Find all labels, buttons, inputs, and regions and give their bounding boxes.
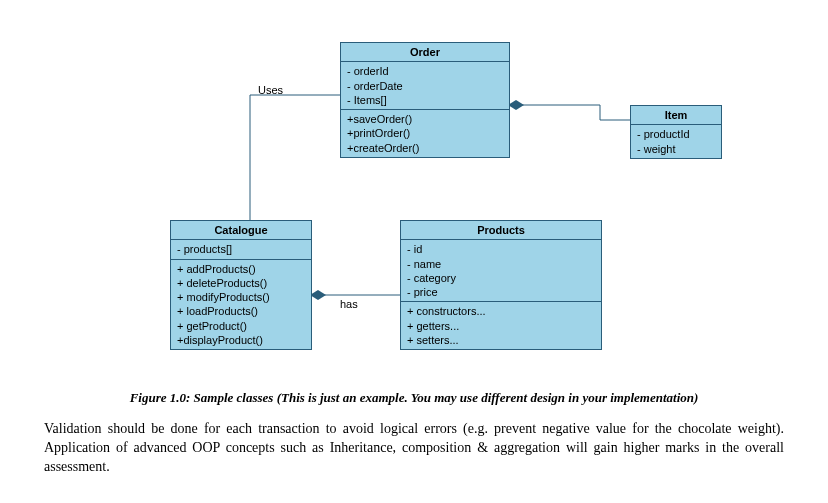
class-title: Products bbox=[401, 221, 601, 240]
class-products: Products - id - name - category - price … bbox=[400, 220, 602, 350]
class-title: Catalogue bbox=[171, 221, 311, 240]
rel-label-has: has bbox=[340, 298, 358, 310]
svg-marker-0 bbox=[508, 100, 524, 110]
class-catalogue: Catalogue - products[] + addProducts() +… bbox=[170, 220, 312, 350]
class-methods: +saveOrder() +printOrder() +createOrder(… bbox=[341, 110, 509, 157]
class-order: Order - orderId - orderDate - Items[] +s… bbox=[340, 42, 510, 158]
class-methods: + addProducts() + deleteProducts() + mod… bbox=[171, 260, 311, 350]
uml-diagram: Order - orderId - orderDate - Items[] +s… bbox=[40, 20, 788, 380]
class-attributes: - products[] bbox=[171, 240, 311, 259]
rel-label-uses: Uses bbox=[258, 84, 283, 96]
body-paragraph: Validation should be done for each trans… bbox=[44, 420, 784, 477]
class-attributes: - orderId - orderDate - Items[] bbox=[341, 62, 509, 110]
figure-caption: Figure 1.0: Sample classes (This is just… bbox=[40, 390, 788, 406]
class-methods: + constructors... + getters... + setters… bbox=[401, 302, 601, 349]
class-item: Item - productId - weight bbox=[630, 105, 722, 159]
class-title: Order bbox=[341, 43, 509, 62]
class-attributes: - id - name - category - price bbox=[401, 240, 601, 302]
class-attributes: - productId - weight bbox=[631, 125, 721, 158]
svg-marker-1 bbox=[310, 290, 326, 300]
class-title: Item bbox=[631, 106, 721, 125]
